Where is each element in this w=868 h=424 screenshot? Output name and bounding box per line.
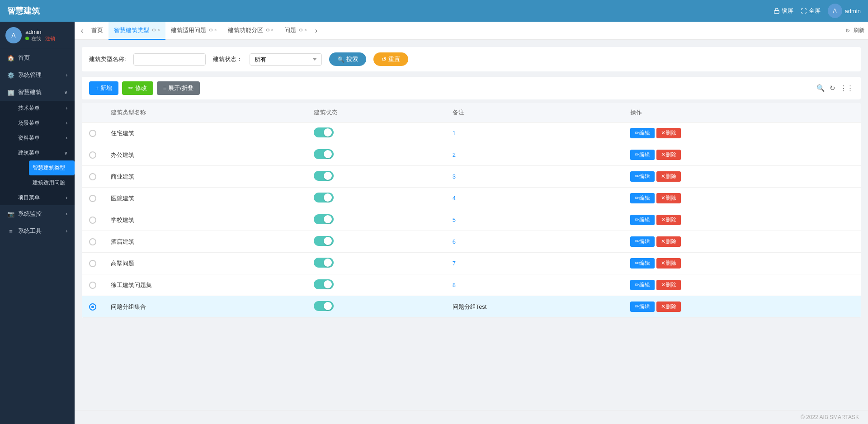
- sidebar-label-project-menu: 项目菜单: [18, 194, 40, 202]
- sidebar-item-monitor[interactable]: 📷 系统监控 ›: [0, 205, 75, 222]
- remark-link-8[interactable]: 8: [453, 282, 456, 288]
- edit-btn-1[interactable]: ✏编辑: [630, 128, 655, 138]
- toggle-4[interactable]: [314, 193, 334, 203]
- lock-screen-btn[interactable]: 锁屏: [774, 7, 793, 15]
- sidebar-item-label-tools: 系统工具: [18, 227, 42, 235]
- filter-name-input[interactable]: [133, 53, 206, 66]
- sidebar-item-scene-menu[interactable]: 场景菜单 ›: [14, 116, 75, 131]
- sidebar-nav: 🏠 首页 ⚙️ 系统管理 › 🏢 智慧建筑 ∨ 技术菜单 ›: [0, 49, 75, 424]
- chevron-right-icon-project: ›: [66, 195, 67, 200]
- table-columns-icon[interactable]: ⋮⋮: [840, 84, 854, 92]
- row-radio-8[interactable]: [89, 282, 96, 289]
- row-remark-3: 3: [445, 166, 623, 188]
- edit-btn-9[interactable]: ✏编辑: [630, 302, 655, 312]
- edit-btn-4[interactable]: ✏编辑: [630, 193, 655, 203]
- reset-button[interactable]: ↺ 重置: [373, 52, 408, 66]
- edit-btn-6[interactable]: ✏编辑: [630, 236, 655, 247]
- toggle-2[interactable]: [314, 149, 334, 159]
- row-radio-5[interactable]: [89, 217, 96, 224]
- edit-btn-2[interactable]: ✏编辑: [630, 150, 655, 160]
- edit-btn-3[interactable]: ✏编辑: [630, 171, 655, 182]
- row-radio-9[interactable]: [89, 303, 96, 311]
- home-icon: 🏠: [7, 55, 14, 61]
- sidebar-item-smart-building[interactable]: 🏢 智慧建筑 ∨: [0, 84, 75, 101]
- tab-issue-close[interactable]: ⚙ ×: [299, 28, 307, 33]
- add-button[interactable]: + 新增: [89, 81, 118, 95]
- tab-building-issue[interactable]: 建筑适用问题 ⚙ ×: [165, 22, 222, 40]
- edit-button[interactable]: ✏ 修改: [122, 81, 153, 95]
- sidebar-item-building-issue[interactable]: 建筑适用问题: [29, 175, 75, 190]
- expand-button[interactable]: ≡ 展开/折叠: [157, 81, 200, 95]
- remark-link-6[interactable]: 6: [453, 238, 456, 245]
- delete-btn-3[interactable]: ✕删除: [656, 171, 681, 182]
- table-refresh-icon[interactable]: ↻: [830, 84, 835, 92]
- table-search-icon[interactable]: 🔍: [816, 84, 825, 92]
- tab-building-func[interactable]: 建筑功能分区 ⚙ ×: [222, 22, 279, 40]
- tab-issue[interactable]: 问题 ⚙ ×: [279, 22, 312, 40]
- delete-btn-5[interactable]: ✕删除: [656, 215, 681, 225]
- row-radio-3[interactable]: [89, 173, 96, 180]
- sidebar-item-home[interactable]: 🏠 首页: [0, 49, 75, 66]
- toggle-7[interactable]: [314, 258, 334, 268]
- filter-bar: 建筑类型名称: 建筑状态： 所有 启用 禁用 🔍 搜索 ↺ 重置: [82, 47, 861, 71]
- sidebar-item-building-type[interactable]: 智慧建筑类型: [29, 160, 75, 175]
- delete-btn-6[interactable]: ✕删除: [656, 236, 681, 247]
- sidebar-item-data-menu[interactable]: 资料菜单 ›: [14, 131, 75, 146]
- tab-next-btn[interactable]: ›: [312, 27, 320, 35]
- sidebar-item-tools[interactable]: ≡ 系统工具 ›: [0, 222, 75, 240]
- edit-btn-7[interactable]: ✏编辑: [630, 258, 655, 269]
- filter-name-label: 建筑类型名称:: [89, 55, 126, 63]
- row-name-1: 住宅建筑: [104, 122, 307, 144]
- toggle-5[interactable]: [314, 214, 334, 224]
- tab-refresh[interactable]: ↻ 刷新: [845, 27, 864, 34]
- delete-btn-4[interactable]: ✕删除: [656, 193, 681, 203]
- logout-btn[interactable]: 注销: [45, 36, 55, 41]
- sidebar: A admin 在线 注销 🏠 首页 ⚙️ 系统管理 ›: [0, 22, 75, 424]
- remark-link-5[interactable]: 5: [453, 217, 456, 223]
- toggle-3[interactable]: [314, 171, 334, 181]
- row-remark-1: 1: [445, 122, 623, 144]
- tab-building-func-close[interactable]: ⚙ ×: [266, 28, 274, 33]
- toggle-6[interactable]: [314, 236, 334, 246]
- monitor-icon: 📷: [7, 211, 14, 217]
- delete-btn-9[interactable]: ✕删除: [656, 302, 681, 312]
- remark-link-3[interactable]: 3: [453, 173, 456, 180]
- sidebar-item-building-menu[interactable]: 建筑菜单 ∨: [14, 146, 75, 160]
- delete-btn-8[interactable]: ✕删除: [656, 280, 681, 290]
- tab-building-issue-close[interactable]: ⚙ ×: [209, 28, 217, 33]
- edit-btn-8[interactable]: ✏编辑: [630, 280, 655, 290]
- tab-building-type-close[interactable]: ⚙ ×: [152, 28, 160, 33]
- toggle-9[interactable]: [314, 301, 334, 311]
- table-body: 住宅建筑1✏编辑✕删除办公建筑2✏编辑✕删除商业建筑3✏编辑✕删除医院建筑4✏编…: [82, 122, 861, 318]
- sidebar-item-system[interactable]: ⚙️ 系统管理 ›: [0, 66, 75, 84]
- toggle-8[interactable]: [314, 279, 334, 289]
- row-radio-6[interactable]: [89, 238, 96, 245]
- row-remark-8: 8: [445, 274, 623, 296]
- delete-btn-1[interactable]: ✕删除: [656, 128, 681, 138]
- sidebar-item-smart-building-group: 🏢 智慧建筑 ∨ 技术菜单 › 场景菜单 › 资料菜单 ›: [0, 84, 75, 205]
- row-radio-2[interactable]: [89, 151, 96, 159]
- row-status-4: [307, 188, 445, 209]
- delete-btn-2[interactable]: ✕删除: [656, 150, 681, 160]
- row-radio-7[interactable]: [89, 260, 96, 267]
- toggle-1[interactable]: [314, 127, 334, 137]
- edit-btn-5[interactable]: ✏编辑: [630, 215, 655, 225]
- sidebar-item-tech-menu[interactable]: 技术菜单 ›: [14, 101, 75, 116]
- delete-btn-7[interactable]: ✕删除: [656, 258, 681, 269]
- row-radio-1[interactable]: [89, 130, 96, 137]
- chevron-right-icon-tech: ›: [66, 106, 67, 111]
- tab-building-type[interactable]: 智慧建筑类型 ⚙ ×: [108, 22, 165, 40]
- sidebar-item-project-menu[interactable]: 项目菜单 ›: [14, 190, 75, 205]
- fullscreen-btn[interactable]: 全屏: [801, 7, 821, 15]
- tab-home[interactable]: 首页: [86, 22, 108, 40]
- remark-link-2[interactable]: 2: [453, 151, 456, 158]
- row-radio-4[interactable]: [89, 195, 96, 202]
- remark-link-4[interactable]: 4: [453, 195, 456, 202]
- tab-prev-btn[interactable]: ‹: [78, 27, 86, 35]
- search-button[interactable]: 🔍 搜索: [329, 52, 366, 66]
- filter-status-select[interactable]: 所有 启用 禁用: [250, 53, 322, 66]
- remark-link-1[interactable]: 1: [453, 130, 456, 137]
- row-radio-cell: [82, 253, 104, 274]
- refresh-icon[interactable]: ↻: [845, 28, 850, 34]
- remark-link-7[interactable]: 7: [453, 260, 456, 267]
